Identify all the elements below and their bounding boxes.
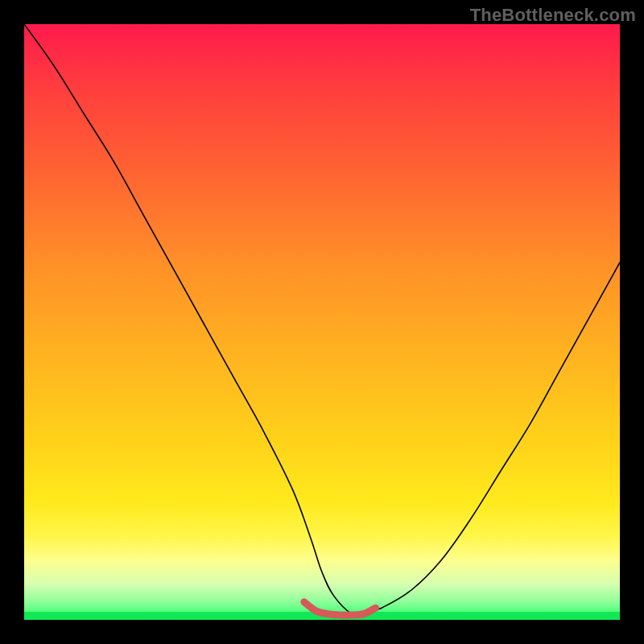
plot-area: [24, 24, 620, 620]
chart-frame: TheBottleneck.com: [0, 0, 644, 644]
bottleneck-curve: [24, 24, 620, 616]
watermark-text: TheBottleneck.com: [470, 5, 636, 26]
curve-svg: [24, 24, 620, 620]
